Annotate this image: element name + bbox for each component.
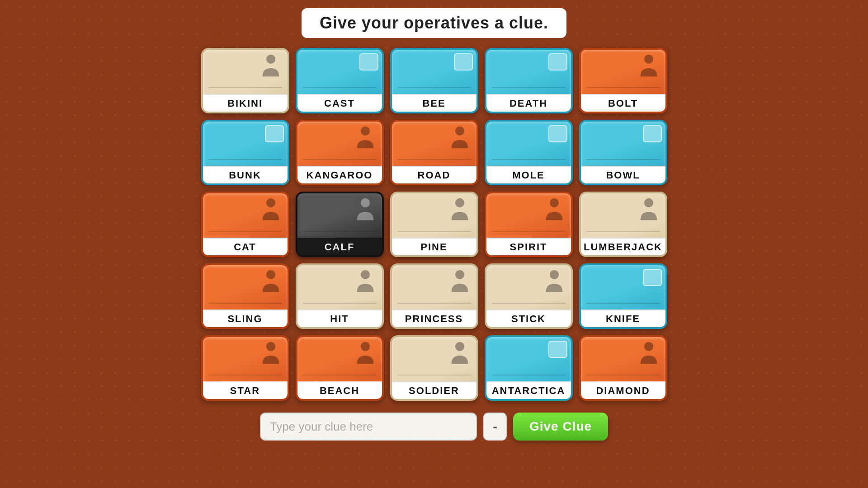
card-label-area: ANTARCTICA [486,381,571,399]
card-label-area: STAR [203,381,288,399]
card-bunk[interactable]: BUNK [201,120,289,185]
minus-button[interactable]: - [483,413,507,441]
card-divider [208,159,282,160]
card-divider [397,159,471,160]
card-divider [208,303,282,304]
card-word-label: CAST [324,98,355,109]
card-lumberjack[interactable]: LUMBERJACK [579,192,667,257]
card-knife[interactable]: KNIFE [579,263,667,329]
card-divider [397,375,471,375]
svg-point-11 [455,270,464,279]
svg-point-6 [455,198,464,207]
card-divider [586,87,660,88]
card-word-label: BOWL [606,169,640,181]
card-word-label: KANGAROO [307,169,373,181]
card-label-area: BOLT [581,94,665,112]
card-divider [208,231,282,232]
card-silhouette-icon [637,197,660,222]
card-road[interactable]: ROAD [390,120,478,185]
card-label-area: BOWL [581,166,665,183]
page-title: Give your operatives a clue. [302,8,566,38]
card-divider [397,87,471,88]
card-hit[interactable]: HIT [296,263,384,329]
card-word-label: BUNK [229,169,261,181]
card-princess[interactable]: PRINCESS [390,263,478,329]
card-stick[interactable]: STICK [485,263,573,329]
card-divider [586,231,660,232]
svg-point-1 [644,55,653,64]
card-divider [586,375,660,375]
card-label-area: DIAMOND [581,381,665,399]
card-shine [359,53,378,70]
card-label-area: BEACH [297,381,382,399]
card-calf[interactable]: CALF [296,192,384,257]
card-bolt[interactable]: BOLT [579,48,667,113]
card-silhouette-icon [259,341,282,366]
card-label-area: BEE [392,94,476,112]
card-word-label: STAR [230,385,260,396]
card-bowl[interactable]: BOWL [579,120,667,185]
card-shine [548,125,567,142]
card-word-label: KNIFE [606,313,640,324]
card-silhouette-icon [259,53,282,78]
svg-point-7 [549,198,558,207]
card-label-area: MOLE [486,166,571,183]
card-death[interactable]: DEATH [485,48,573,113]
svg-point-14 [360,342,369,351]
card-label-area: KANGAROO [297,166,382,183]
card-shine [548,53,567,70]
svg-point-3 [455,127,464,136]
card-shine [454,53,473,70]
card-label-area: PINE [392,238,476,255]
card-pine[interactable]: PINE [390,192,478,257]
card-word-label: BOLT [608,98,638,109]
card-label-area: SLING [203,310,288,327]
card-label-area: STICK [486,310,571,327]
card-label-area: DEATH [486,94,571,112]
svg-point-8 [644,198,653,207]
card-word-label: BEE [422,98,445,109]
svg-point-5 [360,198,369,207]
svg-point-16 [644,342,653,351]
card-beach[interactable]: BEACH [296,335,384,401]
card-divider [586,159,660,160]
card-label-area: ROAD [392,166,476,183]
card-label-area: CAT [203,238,288,255]
card-divider [492,303,566,304]
card-divider [303,159,377,160]
card-diamond[interactable]: DIAMOND [579,335,667,401]
card-silhouette-icon [448,125,471,150]
card-label-area: CAST [297,94,382,112]
card-silhouette-icon [637,341,660,366]
card-sling[interactable]: SLING [201,263,289,329]
card-label-area: LUMBERJACK [581,238,665,255]
card-soldier[interactable]: SOLDIER [390,335,478,401]
card-silhouette-icon [259,197,282,222]
give-clue-button[interactable]: Give Clue [513,413,608,441]
clue-input[interactable] [260,413,477,441]
card-silhouette-icon [448,197,471,222]
card-silhouette-icon [354,125,377,150]
card-bikini[interactable]: BIKINI [201,48,289,113]
card-divider [303,375,377,375]
card-antarctica[interactable]: ANTARCTICA [485,335,573,401]
card-star[interactable]: STAR [201,335,289,401]
card-divider [303,87,377,88]
card-word-label: BIKINI [227,98,263,109]
card-shine [265,125,284,142]
card-word-label: CAT [234,241,256,253]
card-kangaroo[interactable]: KANGAROO [296,120,384,185]
svg-point-2 [360,127,369,136]
card-word-label: PRINCESS [405,313,463,324]
card-label-area: PRINCESS [392,310,476,327]
card-cast[interactable]: CAST [296,48,384,113]
card-word-label: SPIRIT [510,241,547,253]
card-divider [208,87,282,88]
card-divider [492,375,566,375]
card-divider [303,303,377,304]
card-cat[interactable]: CAT [201,192,289,257]
card-mole[interactable]: MOLE [485,120,573,185]
card-spirit[interactable]: SPIRIT [485,192,573,257]
card-silhouette-icon [354,341,377,366]
card-bee[interactable]: BEE [390,48,478,113]
